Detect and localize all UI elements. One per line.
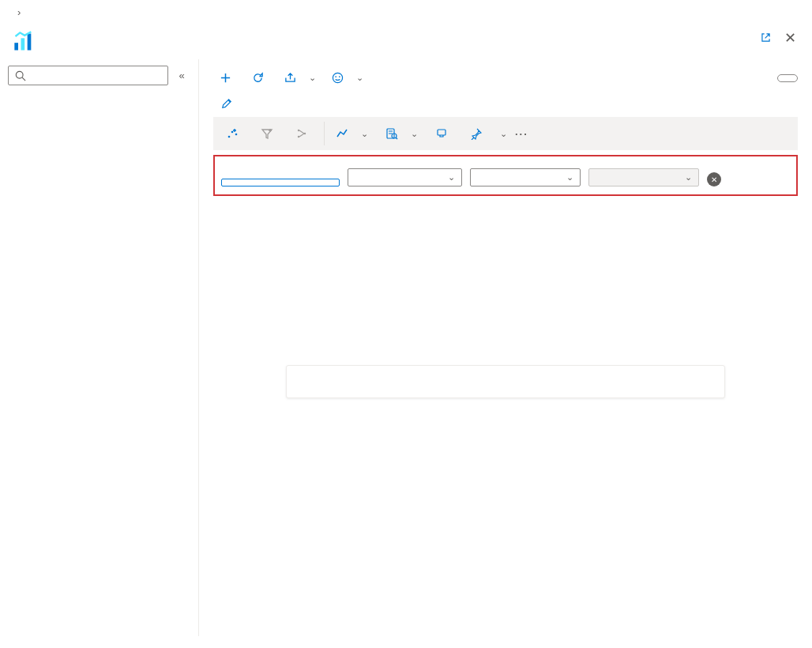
documentation-link[interactable] xyxy=(761,32,770,44)
svg-line-18 xyxy=(396,138,397,139)
svg-point-3 xyxy=(16,71,23,78)
empty-state-panel xyxy=(286,365,725,398)
refresh-icon xyxy=(252,72,264,84)
search-icon xyxy=(15,70,26,81)
breadcrumb-sep: › xyxy=(17,6,21,18)
pin-to-dashboard-button[interactable] xyxy=(462,122,495,145)
close-blade-button[interactable]: ✕ xyxy=(781,28,799,48)
add-filter-button[interactable] xyxy=(253,122,286,145)
refresh-button[interactable] xyxy=(246,69,275,87)
remove-metric-button[interactable]: ✕ xyxy=(707,172,721,186)
breadcrumb: › xyxy=(0,0,812,24)
namespace-select[interactable]: ⌄ xyxy=(348,168,462,186)
svg-point-12 xyxy=(298,136,299,138)
alert-icon xyxy=(435,127,448,140)
svg-point-10 xyxy=(235,134,238,136)
svg-rect-0 xyxy=(14,43,18,50)
svg-rect-2 xyxy=(28,34,32,51)
svg-point-7 xyxy=(339,76,340,77)
svg-point-13 xyxy=(304,133,306,134)
logs-icon xyxy=(385,127,398,140)
y-axis xyxy=(213,204,237,567)
apply-splitting-button[interactable] xyxy=(288,122,321,145)
edit-title-icon[interactable] xyxy=(221,98,232,109)
svg-line-4 xyxy=(22,77,25,81)
svg-point-11 xyxy=(298,130,299,131)
aggregation-select: ⌄ xyxy=(588,168,699,186)
page-header: ✕ xyxy=(0,24,812,59)
new-chart-button[interactable] xyxy=(213,69,242,87)
share-button[interactable]: ⌄ xyxy=(278,69,322,87)
add-metric-icon xyxy=(226,127,239,140)
filter-icon xyxy=(261,127,273,140)
metric-selector-bar: ⌄ ⌄ ⌄ ✕ xyxy=(221,161,790,186)
new-alert-rule-button[interactable] xyxy=(427,122,461,145)
svg-rect-1 xyxy=(21,38,25,50)
metrics-global-toolbar: ⌄ ⌄ xyxy=(213,69,798,87)
svg-point-5 xyxy=(333,73,342,82)
main-content: ⌄ ⌄ xyxy=(199,59,812,636)
add-metric-button[interactable] xyxy=(218,122,251,145)
search-input-wrapper[interactable] xyxy=(8,66,168,85)
time-range-selector[interactable] xyxy=(777,74,798,82)
svg-point-8 xyxy=(228,136,231,138)
external-link-icon xyxy=(761,33,770,42)
splitting-icon xyxy=(295,127,308,140)
toolbar-overflow-chevron[interactable]: ⌄ xyxy=(500,129,507,139)
collapse-sidebar-button[interactable]: « xyxy=(173,67,190,85)
metric-select[interactable]: ⌄ xyxy=(470,168,581,186)
metric-selector-highlight: ⌄ ⌄ ⌄ ✕ xyxy=(213,155,798,196)
scope-select[interactable] xyxy=(221,179,340,186)
svg-point-9 xyxy=(231,131,234,134)
x-axis xyxy=(240,571,795,591)
svg-point-6 xyxy=(335,76,336,77)
pin-icon xyxy=(470,127,483,140)
sidebar: « xyxy=(0,59,199,636)
smiley-icon xyxy=(332,72,344,84)
search-input[interactable] xyxy=(26,70,161,81)
share-icon xyxy=(284,72,296,84)
chart-area xyxy=(213,204,798,591)
drill-into-logs-button[interactable]: ⌄ xyxy=(378,122,426,145)
chart-type-button[interactable]: ⌄ xyxy=(328,122,376,145)
metrics-resource-icon xyxy=(13,31,35,53)
chart-toolbar: ⌄ ⌄ ⌄ ··· xyxy=(213,117,798,150)
plus-icon xyxy=(220,72,231,84)
svg-rect-19 xyxy=(438,130,445,135)
feedback-button[interactable]: ⌄ xyxy=(325,69,370,87)
toolbar-more-button[interactable]: ··· xyxy=(509,123,535,145)
line-chart-icon xyxy=(336,127,348,140)
